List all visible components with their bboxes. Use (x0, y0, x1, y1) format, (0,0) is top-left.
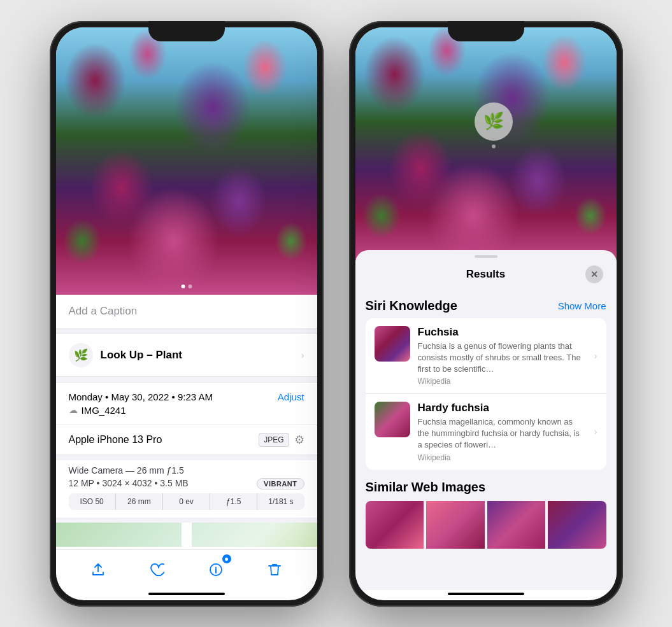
vibrant-badge: VIBRANT (257, 478, 304, 490)
siri-knowledge-title: Siri Knowledge (366, 299, 457, 313)
fuchsia-chevron: › (594, 351, 597, 361)
show-more-button[interactable]: Show More (558, 300, 606, 311)
camera-specs: Wide Camera — 26 mm ƒ1.5 12 MP • 3024 × … (56, 460, 317, 518)
fuchsia-text: Fuchsia Fuchsia is a genus of flowering … (418, 326, 584, 386)
caption-field[interactable]: Add a Caption (56, 295, 317, 328)
photo-display-right: 🌿 (355, 27, 617, 263)
siri-knowledge-section: Siri Knowledge Show More Fuchsia Fuchsia… (355, 293, 617, 470)
lookup-row[interactable]: 🌿 Look Up – Plant › (56, 334, 317, 377)
photo-display-left (56, 27, 317, 295)
knowledge-item-fuchsia[interactable]: Fuchsia Fuchsia is a genus of flowering … (366, 318, 606, 395)
similar-image-1[interactable] (366, 501, 424, 549)
map-area[interactable] (56, 523, 317, 549)
device-name: Apple iPhone 13 Pro (69, 434, 162, 446)
hardy-fuchsia-thumbnail (375, 402, 410, 437)
tech-specs-row: ISO 50 26 mm 0 ev ƒ1.5 1/181 s (69, 493, 304, 510)
info-area: Add a Caption 🌿 Look Up – Plant › Monday… (56, 295, 317, 549)
results-title: Results (466, 268, 505, 281)
knowledge-card: Fuchsia Fuchsia is a genus of flowering … (366, 318, 606, 470)
filename: IMG_4241 (82, 405, 126, 416)
home-indicator-left (148, 593, 225, 595)
similar-images-grid (366, 501, 606, 549)
lookup-chevron: › (301, 350, 304, 360)
similar-image-2[interactable] (426, 501, 485, 549)
similar-images-section: Similar Web Images (355, 470, 617, 549)
siri-knowledge-header: Siri Knowledge Show More (366, 293, 606, 318)
ev-spec: 0 ev (163, 493, 210, 510)
close-button[interactable]: ✕ (585, 265, 603, 283)
toolbar (56, 549, 317, 590)
adjust-button[interactable]: Adjust (278, 391, 304, 402)
home-indicator-right (448, 593, 524, 595)
left-screen: Add a Caption 🌿 Look Up – Plant › Monday… (56, 27, 317, 600)
hardy-fuchsia-text: Hardy fuchsia Fuchsia magellanica, commo… (418, 402, 584, 462)
results-header: Results ✕ (355, 258, 617, 293)
lookup-label: Look Up – Plant (101, 349, 182, 362)
focal-spec: 26 mm (116, 493, 163, 510)
share-icon (91, 563, 105, 577)
settings-icon[interactable]: ⚙ (294, 433, 304, 447)
fuchsia-thumbnail (375, 326, 410, 362)
right-phone: 🌿 Results ✕ Siri Knowle (349, 21, 623, 607)
photo-dot-1 (181, 285, 185, 288)
fuchsia-source: Wikipedia (418, 377, 584, 386)
siri-leaf-icon: 🌿 (483, 111, 504, 131)
format-badge: JPEG (259, 433, 289, 447)
heart-icon (149, 563, 164, 577)
right-screen: 🌿 Results ✕ Siri Knowle (355, 27, 617, 600)
resolution-row: 12 MP • 3024 × 4032 • 3.5 MB VIBRANT (69, 478, 304, 488)
share-button[interactable] (84, 556, 112, 584)
info-badge (222, 554, 231, 563)
similar-images-title: Similar Web Images (366, 480, 606, 495)
metadata-section: Monday • May 30, 2022 • 9:23 AM Adjust ☁… (56, 382, 317, 425)
camera-type: Wide Camera — 26 mm ƒ1.5 (69, 465, 304, 476)
hardy-fuchsia-chevron: › (594, 426, 597, 437)
photo-dot-2 (188, 285, 192, 288)
results-sheet: Results ✕ Siri Knowledge Show More (355, 250, 617, 590)
device-badges: JPEG ⚙ (259, 433, 304, 447)
siri-dot (492, 144, 496, 148)
trash-icon (268, 563, 281, 577)
caption-placeholder[interactable]: Add a Caption (69, 305, 138, 317)
info-button[interactable] (202, 556, 230, 584)
heart-button[interactable] (143, 556, 171, 584)
hardy-fuchsia-source: Wikipedia (418, 453, 584, 462)
fuchsia-title: Fuchsia (418, 326, 584, 339)
similar-image-3[interactable] (487, 501, 546, 549)
phone-notch-left (148, 21, 225, 41)
info-icon (209, 563, 223, 577)
iso-spec: ISO 50 (69, 493, 116, 510)
date-text: Monday • May 30, 2022 • 9:23 AM (69, 391, 213, 402)
aperture-spec: ƒ1.5 (210, 493, 257, 510)
left-phone: Add a Caption 🌿 Look Up – Plant › Monday… (50, 21, 324, 607)
trash-button[interactable] (261, 556, 289, 584)
hardy-fuchsia-title: Hardy fuchsia (418, 402, 584, 414)
phone-notch-right (448, 21, 524, 41)
hardy-fuchsia-desc: Fuchsia magellanica, commonly known as t… (418, 416, 584, 451)
knowledge-item-hardy-fuchsia[interactable]: Hardy fuchsia Fuchsia magellanica, commo… (366, 394, 606, 470)
similar-image-4[interactable] (548, 501, 606, 549)
cloud-icon: ☁ (69, 405, 78, 415)
shutter-spec: 1/181 s (257, 493, 304, 510)
siri-visual-intelligence-bubble[interactable]: 🌿 (475, 102, 513, 141)
fuchsia-desc: Fuchsia is a genus of flowering plants t… (418, 341, 584, 376)
device-row: Apple iPhone 13 Pro JPEG ⚙ (56, 425, 317, 455)
lookup-icon: 🌿 (69, 343, 93, 367)
